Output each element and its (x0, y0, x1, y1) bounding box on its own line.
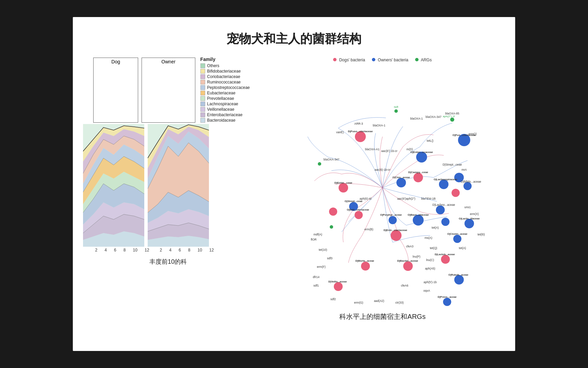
svg-text:blaOXA-1: blaOXA-1 (373, 124, 386, 127)
svg-text:aac(6)-1b-cr: aac(6)-1b-cr (375, 168, 390, 171)
svg-point-28 (453, 235, 461, 243)
svg-text:O|Enter...ccaceae: O|Enter...ccaceae (410, 151, 433, 154)
svg-point-43 (329, 208, 337, 216)
svg-text:blaOXA-347: blaOXA-347 (324, 158, 340, 161)
svg-text:aph(6)-Id: aph(6)-Id (360, 197, 372, 200)
svg-text:m(D): m(D) (407, 148, 413, 151)
svg-text:O|Lacto...illaceae: O|Lacto...illaceae (459, 217, 479, 220)
legend-item: Eubacteriaceae (200, 91, 250, 95)
svg-text:aac(6')aph(2"): aac(6')aph(2") (397, 197, 415, 200)
legend-item: Bacteroidaceae (200, 118, 250, 123)
svg-text:aac(6') 1b-cr: aac(6') 1b-cr (381, 149, 397, 153)
svg-point-38 (355, 211, 363, 219)
x-axis-row: 2 4 6 8 10 12 2 4 6 8 10 12 (92, 247, 250, 252)
svg-point-45 (452, 189, 460, 197)
svg-point-36 (413, 173, 423, 182)
dogs-dot (333, 58, 337, 61)
legend-color-box (200, 80, 205, 85)
svg-text:O|Clostri...aceae: O|Clostri...aceae (447, 232, 468, 235)
svg-point-30 (443, 298, 451, 306)
legend-item: Veillonellaceae (200, 107, 250, 112)
svg-text:O|Rukob...aceae: O|Rukob...aceae (448, 273, 468, 276)
svg-point-22 (396, 178, 406, 187)
legend-color-box (200, 107, 205, 112)
svg-point-40 (361, 262, 370, 271)
chart-header: Dog Owner Family OthersBifidobacteriacea… (83, 58, 250, 123)
svg-text:erm(G): erm(G) (354, 301, 363, 304)
dog-x-axis: 2 4 6 8 10 12 (92, 247, 153, 252)
svg-text:aad(A2): aad(A2) (374, 299, 384, 303)
slide: 宠物犬和主人的菌群结构 Dog Owner Family OthersBifid… (73, 17, 515, 351)
svg-text:D|Bacter...aceae: D|Bacter...aceae (397, 259, 418, 262)
svg-point-48 (330, 225, 333, 229)
svg-point-46 (450, 118, 454, 122)
chart-container: Dog Owner Family OthersBifidobacteriacea… (83, 58, 250, 252)
svg-text:erm(X): erm(X) (470, 212, 479, 216)
network-caption: 科水平上的细菌宿主和ARGs (260, 312, 505, 321)
owners-bacteria-legend: Owners' bacteria (372, 58, 408, 62)
svg-text:aph(2")-1f: aph(2")-1f (443, 115, 455, 118)
streamgraph-area (83, 124, 250, 247)
svg-text:cfeA6: cfeA6 (401, 284, 408, 287)
owner-chart (148, 124, 209, 247)
svg-text:vanE): vanE) (336, 131, 344, 134)
svg-text:D|Lachno...aceae: D|Lachno...aceae (432, 203, 455, 206)
legend-item: Lachnospiraceae (200, 102, 250, 106)
svg-text:O|Porphyr...aceae: O|Porphyr...aceae (380, 213, 402, 216)
svg-text:erm(B): erm(B) (364, 228, 373, 231)
legend-item: Bifidobacteriaceae (200, 69, 250, 74)
left-panel: Dog Owner Family OthersBifidobacteriacea… (83, 58, 253, 321)
svg-point-44 (334, 282, 343, 291)
owner-x-axis: 2 4 6 8 10 12 (156, 247, 217, 252)
svg-text:cfeA3: cfeA3 (406, 245, 413, 248)
svg-point-49 (318, 162, 321, 166)
legend-color-box (200, 69, 205, 74)
svg-text:blaOXA-1: blaOXA-1 (410, 117, 423, 120)
svg-text:tet(Q): tet(Q) (430, 246, 437, 250)
svg-text:tetL(): tetL() (427, 139, 434, 142)
svg-text:dfr14: dfr14 (313, 275, 320, 279)
svg-text:α₂B: α₂B (394, 105, 398, 108)
svg-text:lnu(C): lnu(C) (426, 258, 434, 262)
legend-title: Family (200, 57, 250, 62)
svg-text:D|Veillo...aceae: D|Veillo...aceae (328, 280, 347, 283)
svg-point-25 (464, 219, 474, 228)
svg-text:uns1: uns1 (464, 205, 471, 209)
svg-point-47 (394, 109, 398, 113)
svg-point-42 (441, 255, 450, 264)
svg-text:O|Fus...cteriaceae: O|Fus...cteriaceae (453, 134, 476, 137)
legend-color-box (200, 118, 205, 123)
legend-color-box (200, 96, 205, 101)
svg-text:flOR: flOR (311, 238, 317, 241)
legend-color-box (200, 112, 205, 117)
owners-dot (372, 58, 375, 61)
svg-text:ms(A): ms(A) (425, 236, 432, 240)
legend-color-box (200, 91, 205, 95)
svg-text:sdf3: sdf3 (327, 257, 332, 260)
svg-text:aph(A5): aph(A5) (425, 267, 435, 270)
svg-point-27 (389, 216, 397, 224)
legend-item: Enterobacteriaceae (200, 112, 250, 117)
svg-text:oqxA: oqxA (423, 289, 430, 292)
svg-text:O|Bact...idaceae: O|Bact...idaceae (408, 213, 429, 216)
legend-color-box (200, 102, 205, 106)
owner-label: Owner (142, 58, 195, 123)
dog-label: Dog (93, 58, 138, 123)
svg-point-37 (339, 183, 348, 193)
legend-color-box (200, 85, 205, 90)
svg-text:D|Bifido...aceae: D|Bifido...aceae (461, 180, 481, 183)
legend: Family OthersBifidobacteriaceaeCoriobact… (200, 57, 250, 123)
right-panel: Dogs' bacteria Owners' bacteria ARGs (260, 58, 505, 321)
stream-charts (83, 124, 209, 247)
svg-text:erm(F): erm(F) (317, 265, 326, 269)
page-title: 宠物犬和主人的菌群结构 (73, 17, 515, 54)
svg-text:ARR-3: ARR-3 (354, 122, 363, 125)
svg-text:blaOXA-347: blaOXA-347 (426, 115, 442, 119)
svg-text:D|Strept...ceae: D|Strept...ceae (443, 163, 462, 166)
svg-text:D|Entr...cteriaceae: D|Entr...cteriaceae (383, 229, 407, 232)
svg-text:tet(10): tet(10) (319, 248, 327, 251)
chart-caption: 丰度前10的科 (83, 258, 253, 266)
svg-point-29 (454, 275, 464, 285)
svg-text:D|Prevo...aceae: D|Prevo...aceae (438, 295, 456, 298)
legend-item: Peptostreptococcaceae (200, 85, 250, 90)
